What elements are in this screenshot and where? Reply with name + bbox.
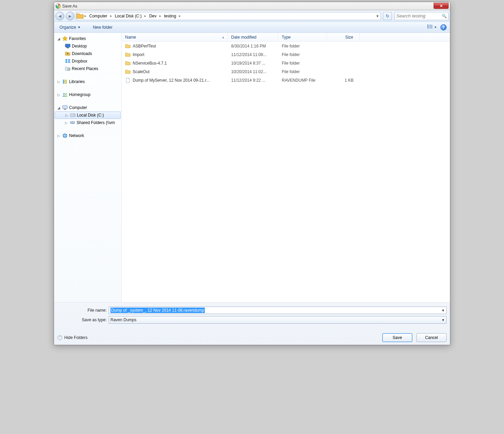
cancel-button[interactable]: Cancel [416, 333, 447, 342]
refresh-button[interactable]: ↻ [383, 12, 392, 20]
file-row[interactable]: ASBPerfTest8/30/2014 1:16 PMFile folder [122, 42, 450, 50]
file-type: File folder [278, 44, 327, 49]
netfolder-icon [70, 120, 75, 125]
crumb-dev[interactable]: Dev [147, 12, 158, 20]
file-date: 10/19/2014 8:37 ... [228, 61, 278, 66]
filename-input[interactable]: Dump of _system_, 12 Nov 2014 11-08.rave… [109, 307, 447, 314]
chrome-icon [55, 3, 61, 9]
svg-rect-6 [429, 26, 433, 27]
caret-down-icon: ◢ [57, 106, 61, 110]
svg-point-19 [74, 115, 75, 116]
file-name: ASBPerfTest [133, 44, 156, 49]
folder-icon [125, 43, 131, 49]
file-size: 1 KB [327, 78, 360, 83]
homegroup-icon [62, 92, 68, 97]
file-name: Import [133, 52, 144, 57]
view-icon [427, 24, 433, 30]
breadcrumb-dropdown[interactable]: ▾ [374, 14, 381, 18]
column-date[interactable]: Date modified [228, 33, 278, 41]
tree-desktop[interactable]: Desktop [55, 42, 121, 50]
svg-rect-12 [64, 80, 65, 84]
tree-dropbox[interactable]: Dropbox [55, 57, 121, 65]
tree-favorites[interactable]: ◢ Favorites [55, 35, 121, 42]
file-icon [125, 78, 131, 83]
tree-downloads[interactable]: Downloads [55, 50, 121, 57]
svg-rect-4 [427, 27, 428, 28]
chevron-right-icon: ▸ [159, 14, 162, 18]
file-row[interactable]: NServiceBus-4.7.110/19/2014 8:37 ...File… [122, 59, 450, 67]
search-icon: 🔍 [442, 14, 447, 18]
save-button[interactable]: Save [382, 333, 412, 342]
savetype-value: Raven Dumps [110, 317, 136, 322]
file-type: File folder [278, 69, 327, 74]
toolbar: Organize ▼ New folder ▼ ? [54, 22, 450, 33]
file-date: 11/12/2014 11:08... [228, 52, 278, 57]
breadcrumb[interactable]: ▸ Computer ▸ Local Disk (C:) ▸ Dev ▸ tes… [76, 12, 381, 20]
hide-folders-button[interactable]: ˄ Hide Folders [57, 335, 88, 340]
tree-network[interactable]: ▷ Network [55, 132, 121, 139]
savetype-select[interactable]: Raven Dumps ▼ [109, 316, 447, 324]
titlebar: Save As ✕ [54, 2, 450, 10]
folder-icon [125, 69, 131, 74]
main-area: ◢ Favorites Desktop Downloads Dropbox Re… [54, 33, 450, 302]
column-type[interactable]: Type [278, 33, 327, 41]
search-input[interactable]: 🔍 [395, 12, 449, 20]
file-row[interactable]: ScaleOut10/20/2014 11:02...File folder [122, 67, 450, 76]
close-button[interactable]: ✕ [434, 3, 449, 9]
savetype-label: Save as type: [57, 317, 107, 322]
file-type: File folder [278, 61, 327, 66]
computer-icon [62, 105, 68, 110]
tree-local-disk[interactable]: ▷ Local Disk (C:) [55, 111, 121, 119]
help-button[interactable]: ? [440, 24, 447, 30]
svg-point-15 [65, 93, 67, 95]
window-title: Save As [62, 4, 77, 9]
navigation-pane: ◢ Favorites Desktop Downloads Dropbox Re… [54, 33, 122, 302]
filename-value: Dump of _system_, 12 Nov 2014 11-08.rave… [110, 308, 205, 313]
svg-point-1 [57, 5, 59, 7]
tree-computer[interactable]: ◢ Computer [55, 104, 121, 111]
forward-button[interactable]: ► [66, 12, 75, 21]
folder-icon [125, 52, 131, 57]
svg-rect-11 [63, 80, 64, 84]
dropbox-icon [65, 58, 70, 64]
file-row[interactable]: Dump of MyServer, 12 Nov 2014 09-21.r...… [122, 76, 450, 84]
caret-right-icon: ▷ [65, 121, 68, 125]
file-date: 10/20/2014 11:02... [228, 69, 278, 74]
svg-rect-2 [427, 25, 428, 26]
back-button[interactable]: ◄ [55, 12, 64, 21]
chevron-down-icon: ▼ [441, 318, 445, 322]
crumb-computer[interactable]: Computer [87, 12, 109, 20]
chevron-down-icon: ▼ [434, 26, 437, 29]
svg-rect-8 [65, 44, 70, 47]
svg-rect-13 [66, 80, 67, 84]
svg-rect-7 [429, 28, 433, 28]
caret-down-icon: ◢ [57, 37, 61, 41]
chevron-right-icon: ▸ [178, 14, 182, 18]
view-options-button[interactable]: ▼ [427, 24, 437, 30]
recent-icon [65, 66, 70, 71]
tree-shared[interactable]: ▷ Shared Folders (\\vm [55, 119, 121, 126]
caret-right-icon: ▷ [57, 80, 61, 84]
tree-libraries[interactable]: ▷ Libraries [55, 78, 121, 85]
filename-label: File name: [57, 308, 107, 313]
column-name[interactable]: Name ▴ [122, 33, 228, 41]
save-as-dialog: Save As ✕ ◄ ► ▸ Computer ▸ Local Disk (C… [54, 2, 450, 345]
crumb-testing[interactable]: testing [162, 12, 178, 20]
sort-asc-icon: ▴ [222, 35, 224, 39]
column-headers: Name ▴ Date modified Type Size [122, 33, 450, 42]
tree-homegroup[interactable]: ▷ Homegroup [55, 91, 121, 98]
organize-button[interactable]: Organize ▼ [57, 24, 83, 31]
new-folder-button[interactable]: New folder [91, 24, 115, 31]
svg-rect-21 [70, 122, 75, 123]
file-type: RAVENDUMP File [278, 78, 327, 83]
crumb-localdisk[interactable]: Local Disk (C:) [113, 12, 144, 20]
navbar: ◄ ► ▸ Computer ▸ Local Disk (C:) ▸ Dev ▸… [54, 10, 450, 22]
hfolder-icon [76, 12, 84, 20]
svg-rect-3 [427, 26, 428, 27]
chevron-down-icon: ▼ [78, 26, 81, 29]
monitor-icon [65, 43, 70, 49]
column-size[interactable]: Size [327, 33, 360, 41]
file-row[interactable]: Import11/12/2014 11:08...File folder [122, 50, 450, 59]
search-field[interactable] [396, 13, 442, 18]
tree-recent[interactable]: Recent Places [55, 65, 121, 72]
